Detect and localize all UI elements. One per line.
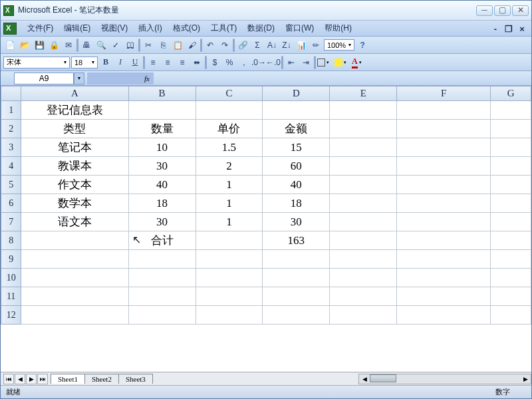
col-header-D[interactable]: D <box>263 86 330 101</box>
cell[interactable]: 2 <box>196 157 263 176</box>
cell[interactable] <box>491 213 531 231</box>
mail-icon[interactable]: ✉ <box>62 39 75 52</box>
sheet-tab[interactable]: Sheet3 <box>118 374 153 384</box>
open-icon[interactable]: 📂 <box>18 39 31 52</box>
cell[interactable] <box>263 287 330 306</box>
autosum-icon[interactable]: Σ <box>251 39 264 52</box>
col-header-A[interactable]: A <box>21 86 128 101</box>
bold-button[interactable]: B <box>99 56 112 69</box>
cell[interactable] <box>491 250 531 269</box>
sheet-tab[interactable]: Sheet1 <box>51 374 85 384</box>
app-icon[interactable] <box>3 23 17 35</box>
cell[interactable] <box>491 306 531 325</box>
spell-icon[interactable]: ✓ <box>109 39 122 52</box>
cell[interactable] <box>397 120 491 138</box>
cell[interactable] <box>491 176 531 194</box>
tab-last-icon[interactable]: ⏭ <box>37 374 48 384</box>
col-header-G[interactable]: G <box>491 86 531 101</box>
dec-decimal-icon[interactable]: ←.0 <box>267 56 280 69</box>
cell[interactable]: 60 <box>263 157 330 176</box>
cell[interactable] <box>21 269 128 287</box>
cell[interactable] <box>397 138 491 157</box>
cell[interactable] <box>128 250 196 269</box>
cell[interactable] <box>21 250 128 269</box>
cell[interactable] <box>491 231 531 250</box>
row-header[interactable]: 8 <box>1 231 21 250</box>
cell[interactable] <box>196 287 263 306</box>
cell[interactable]: 40 <box>128 176 196 194</box>
research-icon[interactable]: 🕮 <box>124 39 137 52</box>
cell[interactable]: 教课本 <box>21 157 128 176</box>
cell[interactable] <box>397 231 491 250</box>
inc-indent-icon[interactable]: ⇥ <box>299 56 313 69</box>
doc-minimize-button[interactable]: - <box>491 24 500 33</box>
cell[interactable]: 15 <box>263 138 330 157</box>
cell[interactable]: 单价 <box>196 120 263 138</box>
cell[interactable] <box>491 157 531 176</box>
cell[interactable] <box>330 101 397 120</box>
cell[interactable]: 18 <box>128 194 196 213</box>
cell[interactable] <box>330 306 397 325</box>
cell[interactable] <box>330 176 397 194</box>
cell[interactable] <box>330 269 397 287</box>
cell[interactable]: 合计 <box>128 231 196 250</box>
select-all-corner[interactable] <box>1 86 21 101</box>
tab-first-icon[interactable]: ⏮ <box>3 374 14 384</box>
cut-icon[interactable]: ✂ <box>142 39 155 52</box>
cell[interactable]: 1 <box>196 176 263 194</box>
chart-icon[interactable]: 📊 <box>295 39 308 52</box>
cell[interactable]: 数量 <box>128 120 196 138</box>
align-center-icon[interactable]: ≡ <box>161 56 174 69</box>
col-header-C[interactable]: C <box>196 86 263 101</box>
cell[interactable] <box>21 287 128 306</box>
cell[interactable]: 40 <box>263 176 330 194</box>
close-button[interactable]: ✕ <box>512 5 529 16</box>
cell[interactable]: 语文本 <box>21 213 128 231</box>
cell[interactable]: 1.5 <box>196 138 263 157</box>
cell[interactable] <box>397 269 491 287</box>
cell[interactable] <box>330 287 397 306</box>
cell[interactable] <box>491 138 531 157</box>
row-header[interactable]: 2 <box>1 120 21 138</box>
cell[interactable] <box>128 101 196 120</box>
cell[interactable] <box>196 306 263 325</box>
align-right-icon[interactable]: ≡ <box>176 56 189 69</box>
save-icon[interactable]: 💾 <box>33 39 46 52</box>
dec-indent-icon[interactable]: ⇤ <box>285 56 298 69</box>
cell[interactable]: 18 <box>263 194 330 213</box>
cell[interactable] <box>263 250 330 269</box>
cell[interactable] <box>491 287 531 306</box>
horizontal-scrollbar[interactable]: ◀▶ <box>358 374 531 384</box>
cell[interactable] <box>330 231 397 250</box>
cell[interactable] <box>397 250 491 269</box>
row-header[interactable]: 5 <box>1 176 21 194</box>
cell[interactable] <box>330 213 397 231</box>
format-painter-icon[interactable]: 🖌 <box>186 39 199 52</box>
redo-icon[interactable]: ↷ <box>218 39 231 52</box>
sheet-tab[interactable]: Sheet2 <box>84 374 119 384</box>
cell[interactable]: 类型 <box>21 120 128 138</box>
doc-restore-button[interactable]: ❐ <box>504 24 513 33</box>
font-color-button[interactable]: A▾ <box>352 57 368 68</box>
row-header[interactable]: 9 <box>1 250 21 269</box>
fill-color-button[interactable]: ▾ <box>334 57 350 68</box>
cell[interactable] <box>397 157 491 176</box>
italic-button[interactable]: I <box>114 56 127 69</box>
row-header[interactable]: 3 <box>1 138 21 157</box>
row-header[interactable]: 6 <box>1 194 21 213</box>
col-header-B[interactable]: B <box>128 86 196 101</box>
col-header-F[interactable]: F <box>397 86 491 101</box>
inc-decimal-icon[interactable]: .0→ <box>252 56 265 69</box>
cell[interactable] <box>491 194 531 213</box>
help-icon[interactable]: ? <box>356 39 369 52</box>
menu-format[interactable]: 格式(O) <box>168 21 205 35</box>
cell[interactable] <box>128 269 196 287</box>
cell[interactable]: 1 <box>196 213 263 231</box>
cell[interactable] <box>196 269 263 287</box>
menu-file[interactable]: 文件(F) <box>22 21 59 35</box>
row-header[interactable]: 1 <box>1 101 21 120</box>
maximize-button[interactable]: ▢ <box>494 5 511 16</box>
cell[interactable] <box>21 231 128 250</box>
row-header[interactable]: 7 <box>1 213 21 231</box>
row-header[interactable]: 10 <box>1 269 21 287</box>
